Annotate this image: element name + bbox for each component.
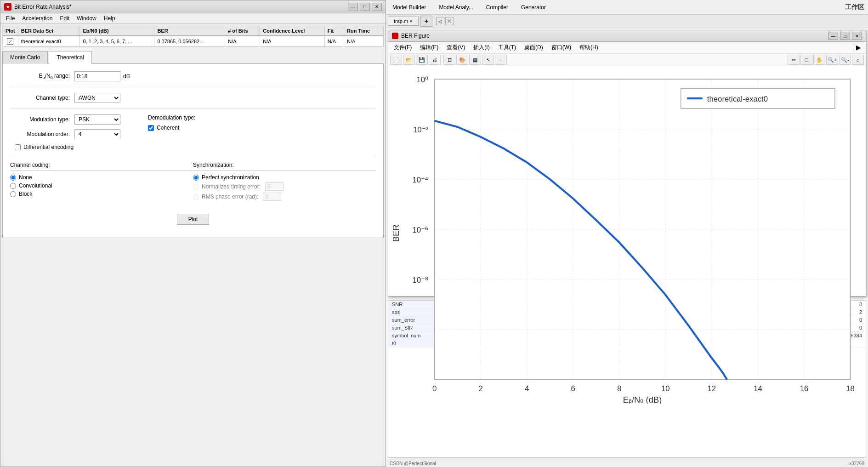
differential-encoding-checkbox[interactable] bbox=[15, 144, 21, 150]
fig-tool-color[interactable]: 🎨 bbox=[456, 55, 468, 65]
window-controls: — □ ✕ bbox=[348, 3, 382, 11]
nav-back[interactable]: ◁ bbox=[436, 17, 444, 25]
modulation-order-label: Modulation order: bbox=[10, 131, 74, 137]
row-dataset: theoretical-exact0 bbox=[18, 36, 80, 46]
fig-tool-save[interactable]: 💾 bbox=[416, 55, 428, 65]
fig-tool-home[interactable]: ⌂ bbox=[852, 55, 864, 65]
menu-acceleration[interactable]: Acceleration bbox=[18, 14, 56, 23]
menu-help[interactable]: Help bbox=[100, 14, 119, 23]
fig-menu-edit[interactable]: 编辑(E) bbox=[416, 43, 442, 52]
fig-menu-expand[interactable]: ▶ bbox=[853, 43, 864, 52]
maximize-button[interactable]: □ bbox=[360, 3, 370, 11]
radio-none-label[interactable]: None bbox=[10, 174, 193, 181]
svg-text:10⁻⁸: 10⁻⁸ bbox=[413, 276, 429, 285]
fig-menu-desktop[interactable]: 桌面(D) bbox=[521, 43, 547, 52]
row-runtime: N/A bbox=[344, 36, 383, 46]
radio-none[interactable] bbox=[10, 175, 16, 181]
fig-tool-zoom-in[interactable]: 🔍+ bbox=[826, 55, 838, 65]
minimize-button[interactable]: — bbox=[348, 3, 358, 11]
radio-convolutional-label[interactable]: Convolutional bbox=[10, 182, 193, 189]
fig-menu-insert[interactable]: 插入(I) bbox=[470, 43, 493, 52]
radio-perfect-sync[interactable] bbox=[193, 175, 199, 181]
radio-phase-error[interactable] bbox=[193, 194, 199, 200]
fig-tool-zoom-out[interactable]: ⊟ bbox=[443, 55, 455, 65]
svg-text:10⁻⁴: 10⁻⁴ bbox=[413, 176, 429, 184]
modulation-order-select[interactable]: 2 4 8 16 32 64 bbox=[74, 129, 120, 139]
radio-timing-error-label[interactable]: Normalized timing error: bbox=[193, 182, 376, 191]
channel-coding-title: Channel coding: bbox=[10, 162, 193, 171]
nav-close[interactable]: ✕ bbox=[445, 17, 454, 25]
differential-encoding-label[interactable]: Differential encoding bbox=[15, 144, 120, 150]
figure-toolbar: 📄 📂 💾 🖨 ⊟ 🎨 ▦ ↖ ≡ ✏ □ ✋ 🔍+ 🔍- ⌂ bbox=[388, 54, 866, 66]
channel-coding-section: Channel coding: None Convolutional Block bbox=[10, 162, 193, 199]
figure-app-icon bbox=[392, 33, 398, 39]
toolbar-generator[interactable]: Generator bbox=[518, 3, 549, 11]
svg-text:6: 6 bbox=[571, 384, 575, 393]
toolbar-model-builder[interactable]: Model Builder bbox=[390, 3, 429, 11]
fig-menu-tools[interactable]: 工具(T) bbox=[494, 43, 520, 52]
row-checkbox-cell[interactable]: ✓ bbox=[3, 36, 18, 46]
fig-tool-edit[interactable]: ✏ bbox=[788, 55, 800, 65]
demodulation-type-label: Demodulation type: bbox=[148, 114, 195, 121]
window-title: Bit Error Rate Analysis* bbox=[14, 4, 72, 10]
status-bar: CSDN @PerfectSignal 1x32768 bbox=[386, 460, 868, 467]
tab-monte-carlo[interactable]: Monte Carlo bbox=[2, 51, 48, 64]
menu-file[interactable]: File bbox=[2, 14, 18, 23]
fig-menu-view[interactable]: 查看(V) bbox=[443, 43, 469, 52]
svg-text:10⁻²: 10⁻² bbox=[413, 125, 429, 134]
figure-minimize[interactable]: — bbox=[828, 32, 838, 40]
coherent-label[interactable]: Coherent bbox=[148, 125, 195, 131]
fig-menu-file[interactable]: 文件(F) bbox=[390, 43, 415, 52]
synchronization-section: Synchronization: Perfect synchronization… bbox=[193, 162, 376, 203]
col-fit: Fit bbox=[324, 26, 344, 36]
toolbar-compiler[interactable]: Compiler bbox=[483, 3, 511, 11]
tabs-section: Monte Carlo Theoretical Eb/N0 range: dB … bbox=[2, 51, 384, 465]
row-ber: 0.07865, 0.056282... bbox=[154, 36, 225, 46]
figure-tab[interactable]: trap.m × bbox=[388, 17, 419, 26]
svg-text:10⁰: 10⁰ bbox=[417, 75, 429, 84]
figure-tab-row: trap.m × + ◁ ✕ bbox=[386, 15, 868, 28]
svg-text:10: 10 bbox=[661, 384, 670, 393]
radio-convolutional[interactable] bbox=[10, 183, 16, 189]
fig-tool-open[interactable]: 📂 bbox=[403, 55, 415, 65]
fig-tool-select[interactable]: □ bbox=[800, 55, 812, 65]
toolbar-model-analysis[interactable]: Model Analy... bbox=[436, 3, 476, 11]
radio-timing-error[interactable] bbox=[193, 184, 199, 190]
phase-error-input[interactable] bbox=[263, 193, 281, 201]
radio-phase-error-label[interactable]: RMS phase error (rad): bbox=[193, 193, 376, 201]
timing-error-input[interactable] bbox=[265, 182, 284, 191]
tab-theoretical[interactable]: Theoretical bbox=[49, 51, 91, 64]
channel-type-select[interactable]: AWGN Rayleigh Rician bbox=[74, 93, 120, 103]
fig-tool-new[interactable]: 📄 bbox=[390, 55, 402, 65]
close-button[interactable]: ✕ bbox=[372, 3, 382, 11]
fig-menu-help[interactable]: 帮助(H) bbox=[576, 43, 602, 52]
menu-window[interactable]: Window bbox=[73, 14, 100, 23]
modulation-type-select[interactable]: PSK QAM FSK MSK OQPSK bbox=[74, 114, 120, 125]
col-ebn0: Eb/N0 (dB) bbox=[80, 26, 154, 36]
coherent-checkbox[interactable] bbox=[148, 125, 154, 131]
row-checkbox[interactable]: ✓ bbox=[7, 38, 13, 45]
fig-tool-grid[interactable]: ▦ bbox=[469, 55, 481, 65]
figure-window-controls: — □ ✕ bbox=[828, 32, 862, 40]
menu-edit[interactable]: Edit bbox=[56, 14, 73, 23]
fig-tool-print[interactable]: 🖨 bbox=[429, 55, 441, 65]
figure-maximize[interactable]: □ bbox=[840, 32, 850, 40]
radio-perfect-sync-label[interactable]: Perfect synchronization bbox=[193, 174, 376, 181]
fig-tool-pan[interactable]: ✋ bbox=[813, 55, 825, 65]
ebn0-input[interactable] bbox=[74, 71, 120, 81]
new-tab-button[interactable]: + bbox=[420, 16, 432, 27]
radio-block[interactable] bbox=[10, 191, 16, 197]
table-row[interactable]: ✓ theoretical-exact0 0, 1, 2, 3, 4, 5, 6… bbox=[3, 36, 383, 46]
plot-btn-row: Plot bbox=[10, 208, 376, 230]
radio-block-label[interactable]: Block bbox=[10, 191, 193, 197]
svg-text:12: 12 bbox=[708, 384, 716, 393]
menu-bar: File Acceleration Edit Window Help bbox=[0, 13, 386, 24]
fig-tool-cursor[interactable]: ↖ bbox=[482, 55, 494, 65]
svg-text:18: 18 bbox=[846, 384, 855, 393]
fig-tool-legend[interactable]: ≡ bbox=[495, 55, 507, 65]
fig-tool-zoom-rect[interactable]: 🔍- bbox=[839, 55, 851, 65]
fig-menu-window[interactable]: 窗口(W) bbox=[548, 43, 575, 52]
modulation-type-label: Modulation type: bbox=[10, 116, 74, 123]
figure-close[interactable]: ✕ bbox=[852, 32, 862, 40]
plot-button[interactable]: Plot bbox=[177, 214, 210, 225]
